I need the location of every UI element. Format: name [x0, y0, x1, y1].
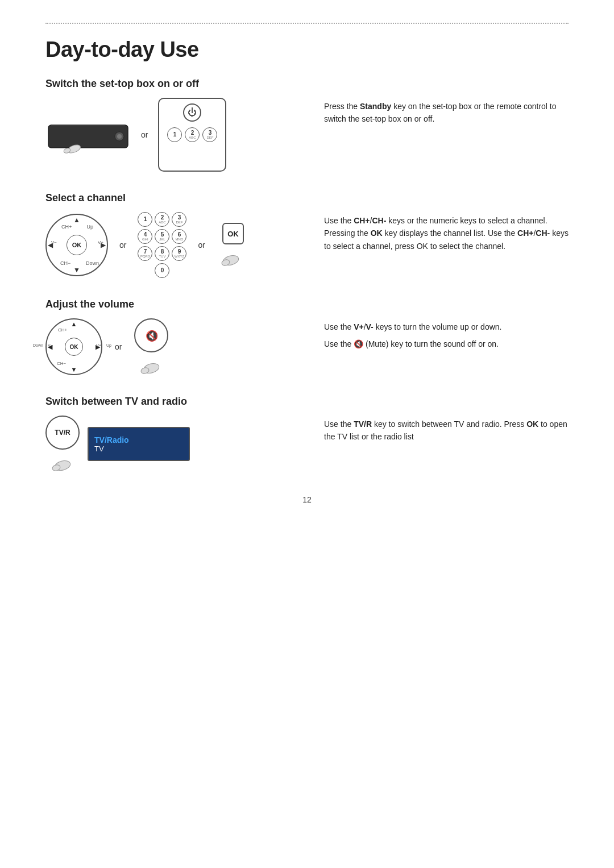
section-tv-radio: Switch between TV and radio TV/R TV/Radi… — [45, 396, 569, 472]
section-body-switch: or ⏻ 1 2 ABC 3 DEF — [45, 98, 569, 172]
section-body-volume: ▲ ▼ ◀ ▶ OK CH+ CH− V− V+ Down Up or 🔇 — [45, 318, 569, 375]
num-btn-1: 1 — [167, 127, 182, 142]
dotted-divider — [45, 23, 569, 24]
visuals-switch: or ⏻ 1 2 ABC 3 DEF — [45, 98, 307, 172]
or-label-1: or — [141, 130, 148, 139]
hand-mute-icon — [137, 352, 165, 375]
num-btn-4: 4GHI — [138, 229, 152, 244]
num-row-top: 1 2 ABC 3 DEF — [167, 127, 217, 142]
visuals-tv-radio: TV/R TV/Radio TV — [45, 416, 307, 472]
ok-area: OK — [217, 223, 245, 267]
numpad-row-1: 1 2ABC 3DEF — [138, 212, 186, 227]
section-text-volume: Use the V+/V- keys to turn the volume up… — [307, 318, 569, 351]
v-plus-vol-label: V+ — [96, 343, 101, 347]
section-body-tv-radio: TV/R TV/Radio TV Use the TV/R key to swi… — [45, 416, 569, 472]
dpad-up-vol: ▲ — [71, 321, 77, 327]
v-minus-label: V− — [51, 240, 57, 245]
num-label: 3 — [209, 130, 212, 136]
page-number: 12 — [45, 495, 569, 504]
numpad-row-3: 7PQRS 8TUV 9WXYZ — [138, 246, 186, 261]
down-text-label: Down — [33, 343, 43, 347]
down-label: Down — [86, 260, 99, 266]
or-label-4: or — [115, 342, 122, 351]
section-title-channel: Select a channel — [45, 192, 569, 204]
section-text-channel: Use the CH+/CH- keys or the numeric keys… — [307, 212, 569, 252]
tvr-area: TV/R — [45, 416, 80, 472]
numpad-icon: 1 2ABC 3DEF 4GHI 5JKL 6MNO 7PQRS 8TUV 9W… — [138, 212, 186, 278]
or-label-3: or — [198, 240, 205, 250]
numpad-row-2: 4GHI 5JKL 6MNO — [138, 229, 186, 244]
stb-device-icon — [45, 114, 131, 156]
tv-radio-screen-title: TV/Radio — [94, 435, 183, 445]
num-sub: DEF — [206, 136, 213, 139]
section-select-channel: Select a channel ▲ ▼ ◀ ▶ CH+ CH− Up Down… — [45, 192, 569, 278]
visuals-volume: ▲ ▼ ◀ ▶ OK CH+ CH− V− V+ Down Up or 🔇 — [45, 318, 307, 375]
dpad-up-arrow: ▲ — [73, 216, 80, 224]
dpad-volume-icon: ▲ ▼ ◀ ▶ OK CH+ CH− V− V+ Down Up — [45, 318, 102, 375]
ok-big-button-icon: OK — [222, 223, 244, 244]
num-label: 2 — [191, 130, 194, 136]
num-btn-3: 3 DEF — [202, 127, 217, 142]
section-adjust-volume: Adjust the volume ▲ ▼ ◀ ▶ OK CH+ CH− V− … — [45, 298, 569, 375]
section-title-volume: Adjust the volume — [45, 298, 569, 310]
tv-radio-screen: TV/Radio TV — [88, 427, 190, 461]
section-title-tv-radio: Switch between TV and radio — [45, 396, 569, 408]
up-label: Up — [86, 224, 93, 230]
num-btn-7: 7PQRS — [138, 246, 152, 261]
ch-minus-label: CH− — [60, 260, 70, 266]
dpad-ok-btn: OK — [67, 235, 87, 255]
numpad-row-4: 0 — [138, 263, 186, 278]
dpad-down-arrow: ▼ — [73, 266, 80, 274]
section-text-tv-radio: Use the TV/R key to switch between TV an… — [307, 416, 569, 443]
dpad-icon: ▲ ▼ ◀ ▶ CH+ CH− Up Down V− V+ OK — [45, 214, 108, 276]
page-title: Day-to-day Use — [45, 38, 569, 62]
tvr-button-icon: TV/R — [45, 416, 80, 450]
hand-tvr-icon — [48, 450, 77, 472]
svg-point-2 — [117, 134, 122, 139]
dpad-down-vol: ▼ — [71, 366, 77, 373]
section-title-switch: Switch the set-top box on or off — [45, 78, 569, 90]
num-sub: ABC — [189, 136, 196, 139]
mute-area: 🔇 — [134, 318, 168, 375]
num-label: 1 — [173, 132, 177, 138]
num-btn-5: 5JKL — [155, 229, 169, 244]
num-btn-8: 8TUV — [155, 246, 169, 261]
remote-top-section: ⏻ 1 2 ABC 3 DEF — [158, 98, 226, 172]
hand-icon — [217, 244, 245, 267]
or-label-2: or — [119, 240, 126, 250]
num-btn-6: 6MNO — [172, 229, 186, 244]
num-btn-9: 9WXYZ — [172, 246, 186, 261]
num-btn-0: 0 — [155, 263, 169, 278]
section-body-channel: ▲ ▼ ◀ ▶ CH+ CH− Up Down V− V+ OK or 1 — [45, 212, 569, 278]
num-btn-2: 2ABC — [155, 212, 169, 227]
mute-button-icon: 🔇 — [134, 318, 168, 352]
v-plus-label: V+ — [98, 240, 103, 245]
num-btn-3: 3DEF — [172, 212, 186, 227]
v-minus-vol-label: V− — [48, 343, 53, 347]
up-text-label: Up — [106, 343, 111, 347]
tv-radio-screen-sub: TV — [94, 445, 183, 453]
section-switch-on-off: Switch the set-top box on or off or ⏻ — [45, 78, 569, 172]
num-btn-2: 2 ABC — [185, 127, 200, 142]
ch-plus-vol-label: CH+ — [58, 327, 67, 333]
ch-minus-vol-label: CH− — [57, 361, 66, 366]
section-text-switch: Press the Standby key on the set-top box… — [307, 98, 569, 126]
num-btn-1: 1 — [138, 212, 152, 227]
dpad-ok-vol: OK — [65, 338, 83, 356]
visuals-channel: ▲ ▼ ◀ ▶ CH+ CH− Up Down V− V+ OK or 1 — [45, 212, 307, 278]
mute-icon: 🔇 — [143, 327, 160, 344]
svg-text:🔇: 🔇 — [146, 330, 159, 342]
standby-button-icon: ⏻ — [183, 103, 201, 122]
ch-plus-label: CH+ — [61, 224, 72, 230]
